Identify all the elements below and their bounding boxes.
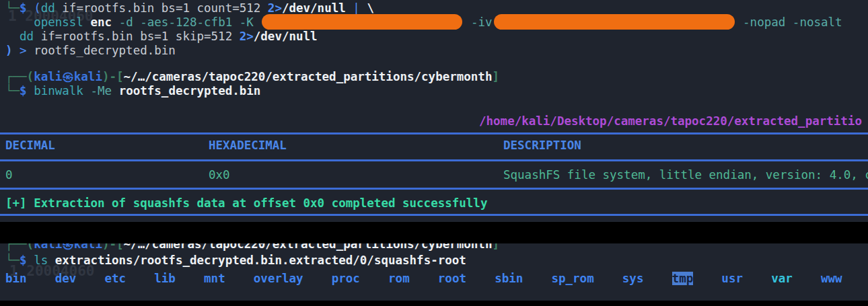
table-border-top xyxy=(0,132,868,135)
cmd-openssl-decrypt-token: -K xyxy=(240,15,261,29)
ls-output-listing-token xyxy=(743,272,771,285)
cmd-openssl-decrypt-token: -nosalt xyxy=(793,15,842,29)
cell-hexadecimal: 0x0 xyxy=(209,168,230,182)
cmd-output-redirect-token: > xyxy=(20,44,34,57)
cmd-binwalk-token: └─ xyxy=(5,84,20,98)
cmd-output-redirect: ) > rootfs_decrypted.bin xyxy=(5,44,176,58)
cmd-openssl-decrypt-token xyxy=(112,15,119,29)
cmd-dd-head-token: 2> xyxy=(268,1,282,15)
cmd-openssl-decrypt-token: -nopad xyxy=(743,15,785,29)
cmd-openssl-decrypt-token: enc xyxy=(90,15,112,29)
cmd-dd-tail-token: dd xyxy=(20,30,34,43)
black-band-bottom-edge xyxy=(0,301,868,306)
cmd-dd-tail-token xyxy=(5,30,20,43)
cmd-openssl-decrypt-token: -iv xyxy=(471,15,493,29)
col-header-description: DESCRIPTION xyxy=(503,139,581,153)
terminal-window[interactable]: 1 20004060 1 20004060 └─$ (dd if=rootfs.… xyxy=(0,0,868,306)
cell-decimal: 0 xyxy=(5,168,13,182)
cell-description: SquashFS file system, little endian, ver… xyxy=(503,168,868,182)
table-border-row-bottom xyxy=(0,188,868,190)
cmd-dd-tail-token: /dev/null xyxy=(254,30,318,43)
dir-proc: proc xyxy=(332,272,360,285)
watermark-bottom: 1 20004060 xyxy=(9,263,94,279)
cmd-binwalk-token xyxy=(83,84,91,98)
ls-output-listing-token xyxy=(225,272,254,285)
cmd-dd-tail: dd if=rootfs.bin bs=1 skip=512 2>/dev/nu… xyxy=(5,30,318,44)
ls-output-listing-token xyxy=(360,272,388,285)
cmd-binwalk-token: binwalk xyxy=(34,84,83,98)
prompt-header-cybermonth: ┌──(kali㉿kali)-[~/…/cameras/tapoc220/ext… xyxy=(5,70,499,84)
cmd-dd-head-token xyxy=(346,1,353,15)
cmd-openssl-decrypt-token xyxy=(133,15,141,29)
ls-output-listing-token xyxy=(176,272,204,285)
ls-output-listing-token xyxy=(693,272,721,285)
cmd-openssl-decrypt-token xyxy=(464,15,471,29)
prompt-header-cybermonth-token: )-[ xyxy=(102,70,124,83)
dir-sbin: sbin xyxy=(495,272,523,285)
dir-sys: sys xyxy=(622,272,644,285)
dir-lib: lib xyxy=(154,272,176,285)
cmd-binwalk-token: rootfs_decrypted.bin xyxy=(119,84,261,98)
cmd-dd-head-token: \ xyxy=(360,1,374,15)
ls-output-listing-token xyxy=(410,272,438,285)
table-border-header-bottom xyxy=(0,159,868,161)
black-band-separator xyxy=(0,222,868,243)
cmd-output-redirect-token: rootfs_decrypted.bin xyxy=(34,44,176,57)
cmd-dd-head-token: | xyxy=(353,1,360,15)
redacted-aes-key xyxy=(262,14,462,30)
dir-mnt: mnt xyxy=(204,272,225,285)
ls-output-listing-token xyxy=(594,272,622,285)
extraction-success-message: [+] Extraction of squashfs data at offse… xyxy=(5,196,487,211)
ls-output-listing-token xyxy=(793,272,821,285)
prompt-header-cybermonth-token: kali㉿kali xyxy=(34,70,102,83)
dir-root: root xyxy=(438,272,466,285)
ls-output-listing-token xyxy=(523,272,551,285)
cmd-binwalk-token xyxy=(112,84,119,98)
cmd-openssl-decrypt: openssl enc -d -aes-128-cfb1 -K -iv -nop… xyxy=(5,15,842,30)
cmd-ls-squashfs-root-token: extractions/rootfs_decrypted.bin.extract… xyxy=(55,254,466,267)
binwalk-target-path: /home/kali/Desktop/cameras/tapoc220/extr… xyxy=(479,114,862,128)
prompt-header-cybermonth-token: ┌──( xyxy=(5,70,34,83)
ls-output-listing-token xyxy=(466,272,495,285)
cmd-openssl-decrypt-token xyxy=(736,15,744,29)
dir-etc: etc xyxy=(105,272,126,285)
cmd-openssl-decrypt-token xyxy=(785,15,793,29)
ls-output-listing: bin dev etc lib mnt overlay proc rom roo… xyxy=(5,272,842,286)
binwalk-target-path-token: /home/kali/Desktop/cameras/tapoc220/extr… xyxy=(479,114,862,128)
cmd-dd-head-token: /dev/null xyxy=(282,1,346,15)
cmd-binwalk: └─$ binwalk -Me rootfs_decrypted.bin xyxy=(5,84,260,98)
cmd-openssl-decrypt-token xyxy=(232,15,240,29)
dir-www: www xyxy=(821,272,842,285)
cmd-openssl-decrypt-token: -d xyxy=(119,15,133,29)
ls-output-listing-token xyxy=(126,272,154,285)
dir-rom: rom xyxy=(388,272,410,285)
prompt-header-cybermonth-token: ] xyxy=(492,70,499,83)
col-header-decimal: DECIMAL xyxy=(5,139,55,153)
prompt-header-cybermonth-token: ~/…/cameras/tapoc220/extracted_partition… xyxy=(124,70,493,83)
cmd-dd-tail-token: 2> xyxy=(240,30,254,43)
watermark-top: 1 20004060 xyxy=(8,8,93,24)
cmd-openssl-decrypt-token: -aes-128-cfb1 xyxy=(140,15,232,29)
cmd-dd-tail-token: if=rootfs.bin bs=1 skip=512 xyxy=(34,30,240,43)
cmd-binwalk-token: $ xyxy=(20,84,34,98)
ls-output-listing-token xyxy=(643,272,672,285)
redacted-aes-iv xyxy=(494,14,735,30)
extraction-success-message-token: [+] Extraction of squashfs data at offse… xyxy=(5,196,487,210)
dir-var: var xyxy=(771,272,793,285)
col-header-hexadecimal: HEXADECIMAL xyxy=(209,139,287,153)
cmd-binwalk-token: -Me xyxy=(90,84,112,98)
dir-tmp-highlighted: tmp xyxy=(672,272,694,285)
dir-sp-rom: sp_rom xyxy=(551,272,593,285)
cmd-output-redirect-token: ) xyxy=(5,44,20,57)
table-border-bottom xyxy=(0,214,868,216)
ls-output-listing-token xyxy=(303,272,332,285)
dir-overlay: overlay xyxy=(254,272,303,285)
dir-usr: usr xyxy=(721,272,743,285)
